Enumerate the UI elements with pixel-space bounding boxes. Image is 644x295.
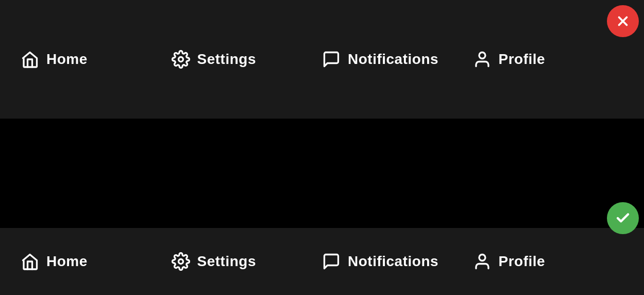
profile-label-bottom: Profile [499, 253, 546, 270]
profile-icon-top [473, 50, 492, 69]
nav-item-notifications-bottom[interactable]: Notifications [322, 252, 473, 271]
profile-label-top: Profile [499, 51, 546, 68]
nav-item-settings-top[interactable]: Settings [172, 50, 323, 69]
settings-label-top: Settings [197, 51, 256, 68]
nav-item-home-bottom[interactable]: Home [21, 252, 172, 271]
svg-point-1 [479, 53, 485, 59]
nav-item-profile-bottom[interactable]: Profile [473, 252, 624, 271]
settings-label-bottom: Settings [197, 253, 256, 270]
close-button[interactable] [607, 5, 639, 37]
home-icon-bottom [21, 252, 39, 271]
divider [0, 119, 644, 228]
nav-item-notifications-top[interactable]: Notifications [322, 50, 473, 69]
settings-icon [172, 50, 190, 69]
bottom-nav-bar: Home Settings Notifications [0, 228, 644, 295]
notifications-label-bottom: Notifications [348, 253, 438, 270]
top-nav-bar: Home Settings Notifications [0, 0, 644, 119]
home-label-top: Home [46, 51, 88, 68]
nav-item-home-top[interactable]: Home [21, 50, 172, 69]
home-label-bottom: Home [46, 253, 88, 270]
svg-point-0 [178, 57, 183, 62]
top-nav-items: Home Settings Notifications [21, 50, 623, 69]
nav-item-settings-bottom[interactable]: Settings [172, 252, 323, 271]
svg-point-5 [479, 255, 485, 261]
settings-icon-bottom [172, 252, 190, 271]
notifications-icon-top [322, 50, 341, 69]
notifications-icon-bottom [322, 252, 341, 271]
home-icon [21, 50, 39, 69]
check-button[interactable] [607, 202, 639, 234]
nav-item-profile-top[interactable]: Profile [473, 50, 624, 69]
svg-point-4 [178, 259, 183, 264]
profile-icon-bottom [473, 252, 492, 271]
bottom-nav-items: Home Settings Notifications [21, 252, 623, 271]
notifications-label-top: Notifications [348, 51, 438, 68]
